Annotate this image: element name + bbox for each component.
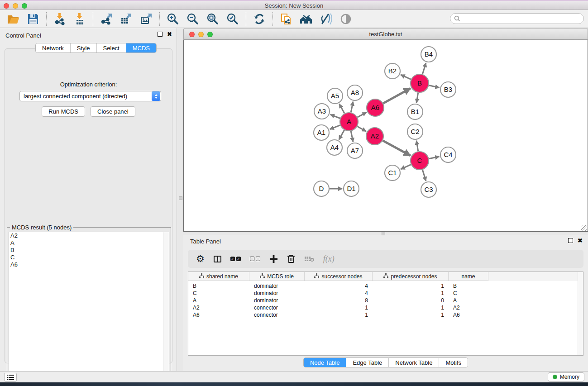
horizontal-splitter-handle[interactable]	[382, 232, 385, 235]
edge-A-A8[interactable]	[351, 102, 353, 113]
import-table-icon[interactable]	[73, 12, 86, 26]
task-history-button[interactable]	[4, 373, 17, 381]
delete-table-icon[interactable]	[304, 253, 314, 265]
table-cell[interactable]: A2	[449, 304, 488, 311]
node-A6[interactable]: A6	[367, 99, 384, 116]
function-builder-icon[interactable]: f(x)	[323, 253, 335, 265]
table-cell[interactable]: 1	[305, 311, 373, 319]
table-cell[interactable]: C	[188, 290, 249, 297]
close-panel-icon[interactable]: ✖	[167, 32, 172, 37]
edge-B-B4[interactable]	[422, 63, 426, 74]
edge-C-C3[interactable]	[422, 170, 426, 181]
table-row[interactable]: Bdominator41B	[188, 282, 583, 290]
select-all-icon[interactable]: ✓✓	[230, 253, 241, 265]
table-cell[interactable]: A	[188, 297, 249, 304]
export-network-icon[interactable]	[100, 12, 113, 26]
tab-select[interactable]: Select	[97, 43, 126, 52]
node-B1[interactable]: B1	[407, 104, 423, 119]
node-B[interactable]: B	[411, 74, 429, 92]
tab-motifs[interactable]: Motifs	[439, 358, 468, 367]
memory-button[interactable]: Memory	[548, 372, 584, 381]
graphics-details-icon[interactable]	[319, 12, 333, 26]
edge-A6-B[interactable]	[383, 88, 411, 103]
edge-A-A4[interactable]	[339, 130, 344, 139]
table-cell[interactable]: B	[188, 282, 249, 290]
zoom-selected-icon[interactable]	[226, 12, 239, 26]
table-cell[interactable]: B	[449, 282, 488, 290]
table-scrollbar[interactable]	[578, 272, 583, 355]
home-view-icon[interactable]	[299, 12, 313, 26]
table-cell[interactable]: 1	[373, 304, 449, 311]
table-row[interactable]: Adominator80A	[188, 297, 583, 304]
column-header-successor-nodes[interactable]: successor nodes	[305, 272, 373, 281]
float-table-panel-icon[interactable]	[568, 238, 573, 243]
table-cell[interactable]: 0	[373, 297, 449, 304]
tab-edge-table[interactable]: Edge Table	[346, 358, 389, 367]
network-canvas[interactable]: AA1A2A3A4A5A6A7A8BB1B2B3B4CC1C2C3C4DD1	[183, 40, 588, 232]
table-cell[interactable]: A6	[188, 311, 249, 319]
table-cell[interactable]: connector	[249, 304, 305, 311]
table-cell[interactable]: 4	[305, 290, 373, 297]
open-session-icon[interactable]	[6, 12, 20, 26]
column-header-predecessor-nodes[interactable]: predecessor nodes	[373, 272, 449, 281]
deselect-all-icon[interactable]	[250, 253, 260, 265]
edge-A-A2[interactable]	[357, 126, 366, 131]
node-D[interactable]: D	[314, 181, 329, 196]
close-panel-button[interactable]: Close panel	[91, 106, 135, 117]
run-mcds-button[interactable]: Run MCDS	[42, 106, 85, 117]
node-C4[interactable]: C4	[440, 147, 456, 162]
export-table-icon[interactable]	[120, 12, 133, 26]
column-header-shared-name[interactable]: shared name	[188, 272, 249, 281]
table-row[interactable]: A6connector11A6	[188, 311, 583, 319]
tab-mcds[interactable]: MCDS	[126, 43, 156, 52]
edge-A2-C[interactable]	[383, 141, 411, 156]
table-cell[interactable]: 1	[373, 290, 449, 297]
close-table-panel-icon[interactable]: ✖	[578, 238, 583, 243]
vertical-splitter-handle[interactable]	[179, 196, 182, 200]
edge-A-A5[interactable]	[339, 104, 344, 114]
delete-columns-icon[interactable]	[287, 253, 295, 265]
result-item[interactable]: A2	[9, 232, 169, 239]
edge-A-A3[interactable]	[330, 114, 340, 118]
table-cell[interactable]: C	[449, 290, 488, 297]
node-A[interactable]: A	[340, 113, 358, 131]
node-C1[interactable]: C1	[385, 165, 400, 181]
node-A2[interactable]: A2	[366, 128, 383, 145]
node-A5[interactable]: A5	[327, 88, 343, 104]
refresh-view-icon[interactable]	[253, 12, 266, 26]
node-A8[interactable]: A8	[347, 85, 363, 100]
node-C2[interactable]: C2	[407, 124, 423, 139]
result-item[interactable]: A	[9, 239, 169, 247]
table-cell[interactable]: 1	[373, 311, 449, 319]
copy-network-icon[interactable]	[279, 12, 293, 26]
edge-B-B3[interactable]	[429, 86, 439, 88]
node-C3[interactable]: C3	[421, 182, 436, 197]
node-C[interactable]: C	[411, 152, 429, 170]
table-cell[interactable]: A	[449, 297, 488, 304]
edge-C-C1[interactable]	[401, 165, 411, 169]
result-item[interactable]: C	[9, 254, 169, 261]
add-column-icon[interactable]	[269, 253, 278, 265]
result-item[interactable]: B	[9, 247, 169, 254]
edge-B-B2[interactable]	[401, 75, 411, 79]
tab-network[interactable]: Network	[36, 43, 71, 52]
edge-A-A7[interactable]	[351, 131, 353, 142]
node-B4[interactable]: B4	[421, 47, 436, 62]
table-cell[interactable]: 1	[305, 304, 373, 311]
node-A7[interactable]: A7	[347, 143, 363, 158]
node-A3[interactable]: A3	[314, 104, 330, 119]
edge-C-C4[interactable]	[429, 157, 440, 159]
result-scrollbar[interactable]	[163, 232, 169, 378]
table-cell[interactable]: 8	[305, 297, 373, 304]
table-cell[interactable]: dominator	[249, 297, 305, 304]
table-row[interactable]: Cdominator41C	[188, 290, 583, 297]
table-settings-icon[interactable]: ⚙	[196, 253, 205, 265]
show-hide-icon[interactable]	[339, 12, 353, 26]
edge-C-C2[interactable]	[416, 141, 418, 151]
node-D1[interactable]: D1	[344, 181, 359, 196]
table-cell[interactable]: dominator	[249, 282, 305, 290]
resize-grip[interactable]	[581, 225, 587, 231]
tab-node-table[interactable]: Node Table	[304, 358, 347, 367]
edge-B-B1[interactable]	[416, 93, 418, 103]
column-header-name[interactable]: name	[449, 272, 488, 281]
